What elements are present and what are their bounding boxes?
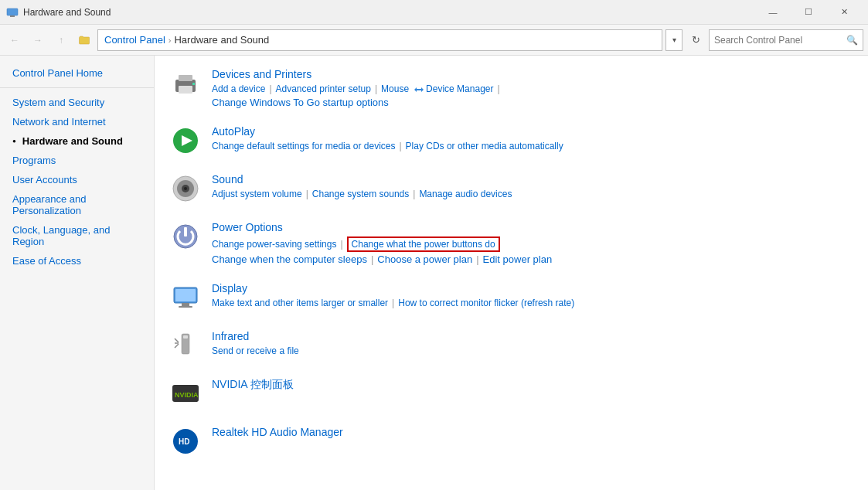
section-infrared: Infrared Send or receive a file [170, 330, 853, 361]
search-box: 🔍 [709, 29, 863, 51]
link-computer-sleeps[interactable]: Change when the computer sleeps [212, 254, 367, 265]
display-body: Display Make text and other items larger… [212, 282, 574, 308]
power-options-sublinks: Change when the computer sleeps | Choose… [212, 254, 552, 265]
devices-printers-links: Add a device | Advanced printer setup | … [212, 83, 502, 95]
infrared-links: Send or receive a file [212, 345, 299, 356]
title-bar: Hardware and Sound — ☐ ✕ [0, 0, 868, 25]
sound-title[interactable]: Sound [212, 173, 512, 185]
power-options-title[interactable]: Power Options [212, 221, 552, 233]
nvidia-body: NVIDIA 控制面板 [212, 378, 294, 395]
sidebar: Control Panel Home System and Security N… [0, 56, 155, 490]
breadcrumb-current: Hardware and Sound [174, 34, 269, 46]
link-monitor-flicker[interactable]: How to correct monitor flicker (refresh … [398, 298, 574, 308]
sidebar-item-system-security[interactable]: System and Security [0, 93, 154, 112]
autoplay-links: Change default settings for media or dev… [212, 141, 563, 151]
svg-rect-5 [192, 83, 195, 85]
maximize-button[interactable]: ☐ [791, 0, 826, 25]
link-play-cds[interactable]: Play CDs or other media automatically [406, 141, 563, 151]
autoplay-title[interactable]: AutoPlay [212, 125, 563, 138]
infrared-icon [170, 330, 201, 361]
svg-rect-16 [182, 303, 189, 306]
link-windows-to-go[interactable]: Change Windows To Go startup options [212, 97, 389, 108]
link-adjust-volume[interactable]: Adjust system volume [212, 189, 302, 199]
search-input[interactable] [714, 35, 846, 46]
sidebar-item-control-panel-home[interactable]: Control Panel Home [0, 63, 154, 83]
section-realtek: HD Realtek HD Audio Manager [170, 426, 853, 457]
link-add-device[interactable]: Add a device [212, 83, 265, 94]
section-autoplay: AutoPlay Change default settings for med… [170, 125, 853, 156]
svg-point-11 [184, 187, 187, 190]
sidebar-item-ease-of-access[interactable]: Ease of Access [0, 251, 154, 271]
svg-text:NVIDIA: NVIDIA [175, 391, 199, 399]
link-change-default-media[interactable]: Change default settings for media or dev… [212, 141, 395, 151]
infrared-title[interactable]: Infrared [212, 330, 299, 342]
breadcrumb-dropdown-button[interactable]: ▾ [665, 29, 682, 51]
display-icon [170, 282, 201, 313]
realtek-title[interactable]: Realtek HD Audio Manager [212, 426, 343, 438]
link-edit-power-plan[interactable]: Edit power plan [483, 254, 553, 265]
section-nvidia: NVIDIA NVIDIA 控制面板 [170, 378, 853, 409]
sidebar-item-hardware-sound[interactable]: Hardware and Sound [0, 131, 154, 151]
nvidia-icon: NVIDIA [170, 378, 201, 409]
power-options-links: Change power-saving settings | Change wh… [212, 236, 552, 252]
infrared-body: Infrared Send or receive a file [212, 330, 299, 356]
devices-printers-body: Devices and Printers Add a device | Adva… [212, 68, 502, 108]
sidebar-item-network-internet[interactable]: Network and Internet [0, 112, 154, 131]
refresh-button[interactable]: ↻ [686, 30, 706, 50]
close-button[interactable]: ✕ [826, 0, 862, 25]
breadcrumb-bar: Control Panel › Hardware and Sound [97, 29, 662, 51]
sound-icon [170, 173, 201, 204]
breadcrumb-controlpanel[interactable]: Control Panel [104, 34, 165, 46]
back-button[interactable]: ← [5, 30, 25, 50]
devices-printers-icon [170, 68, 201, 99]
devices-printers-sublinks: Change Windows To Go startup options [212, 97, 502, 108]
breadcrumb-separator-1: › [168, 36, 172, 45]
autoplay-body: AutoPlay Change default settings for med… [212, 125, 563, 151]
link-choose-power-plan[interactable]: Choose a power plan [377, 254, 472, 265]
svg-line-20 [175, 339, 179, 342]
address-bar: ← → ↑ Control Panel › Hardware and Sound… [0, 25, 868, 56]
forward-button[interactable]: → [28, 30, 48, 50]
display-links: Make text and other items larger or smal… [212, 298, 574, 308]
svg-rect-19 [183, 335, 188, 339]
link-mouse[interactable]: Mouse [381, 83, 409, 94]
link-advanced-printer-setup[interactable]: Advanced printer setup [276, 83, 371, 94]
svg-text:HD: HD [179, 437, 189, 446]
link-text-size[interactable]: Make text and other items larger or smal… [212, 298, 388, 308]
section-devices-printers: Devices and Printers Add a device | Adva… [170, 68, 853, 108]
svg-rect-15 [175, 289, 196, 301]
section-sound: Sound Adjust system volume | Change syst… [170, 173, 853, 204]
content-area: Devices and Printers Add a device | Adva… [155, 56, 868, 490]
up-button[interactable]: ↑ [51, 30, 71, 50]
svg-line-22 [175, 344, 179, 348]
svg-rect-0 [7, 9, 18, 15]
link-power-saving-settings[interactable]: Change power-saving settings [212, 239, 336, 250]
sound-links: Adjust system volume | Change system sou… [212, 189, 512, 199]
section-power-options: Power Options Change power-saving settin… [170, 221, 853, 265]
search-icon[interactable]: 🔍 [846, 35, 858, 46]
link-send-receive-file[interactable]: Send or receive a file [212, 345, 299, 356]
power-options-body: Power Options Change power-saving settin… [212, 221, 552, 265]
link-change-sounds[interactable]: Change system sounds [312, 189, 409, 199]
sidebar-divider-1 [0, 87, 154, 88]
sidebar-item-appearance-personalization[interactable]: Appearance and Personalization [0, 189, 154, 220]
realtek-body: Realtek HD Audio Manager [212, 426, 343, 441]
display-title[interactable]: Display [212, 282, 574, 294]
realtek-icon: HD [170, 426, 201, 457]
sidebar-item-user-accounts[interactable]: User Accounts [0, 170, 154, 189]
svg-rect-4 [179, 86, 192, 94]
section-display: Display Make text and other items larger… [170, 282, 853, 313]
nvidia-title[interactable]: NVIDIA 控制面板 [212, 378, 294, 392]
minimize-button[interactable]: — [755, 0, 791, 25]
link-device-manager[interactable]: Device Manager [426, 83, 493, 94]
main-area: Control Panel Home System and Security N… [0, 56, 868, 490]
sidebar-item-programs[interactable]: Programs [0, 151, 154, 170]
devices-printers-title[interactable]: Devices and Printers [212, 68, 502, 80]
sound-body: Sound Adjust system volume | Change syst… [212, 173, 512, 199]
window-title: Hardware and Sound [23, 7, 755, 18]
link-power-buttons[interactable]: Change what the power buttons do [347, 236, 500, 252]
sidebar-item-clock-language-region[interactable]: Clock, Language, and Region [0, 220, 154, 251]
link-manage-audio[interactable]: Manage audio devices [419, 189, 512, 199]
svg-rect-13 [184, 227, 187, 236]
svg-rect-3 [179, 75, 192, 81]
